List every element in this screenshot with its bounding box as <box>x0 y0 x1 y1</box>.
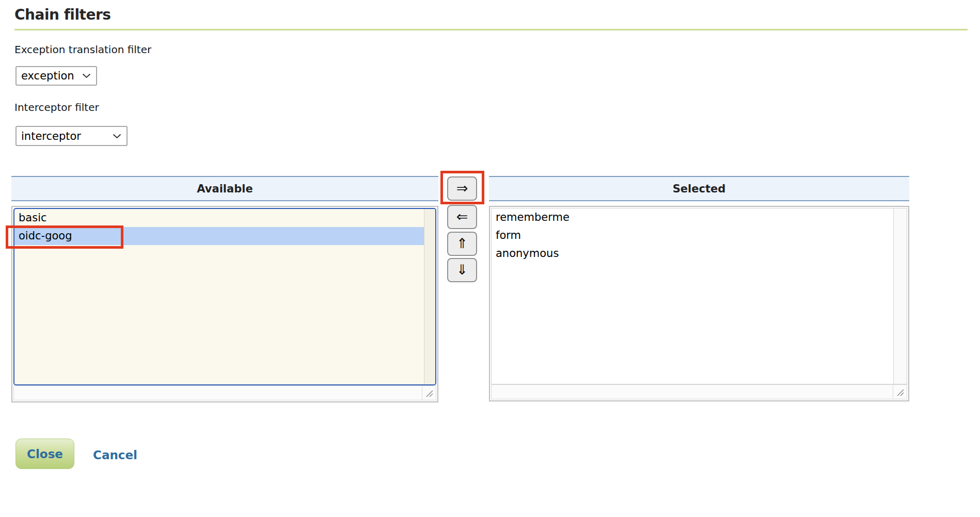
page-title: Chain filters <box>14 6 110 23</box>
resize-grip-icon[interactable] <box>893 385 907 399</box>
available-panel: basic oidc-goog <box>11 206 438 402</box>
interceptor-filter-label: Interceptor filter <box>14 101 99 114</box>
available-option-basic[interactable]: basic <box>14 209 424 227</box>
chain-filters-page: Chain filters Exception translation filt… <box>0 0 980 517</box>
resize-grip-icon[interactable] <box>422 386 436 400</box>
vertical-scrollbar-track[interactable] <box>424 209 435 384</box>
close-button[interactable]: Close <box>15 439 74 469</box>
exception-filter-label: Exception translation filter <box>14 43 151 56</box>
move-right-button[interactable]: ⇒ <box>447 176 477 201</box>
available-list-header: Available <box>11 176 438 201</box>
exception-filter-select[interactable]: exception <box>15 66 97 86</box>
move-up-button[interactable]: ⇑ <box>447 232 477 256</box>
title-underline <box>14 29 968 30</box>
available-option-oidc-goog[interactable]: oidc-goog <box>14 227 424 245</box>
chevron-down-icon <box>113 134 121 139</box>
selected-option-anonymous[interactable]: anonymous <box>492 245 893 263</box>
selected-option-form[interactable]: form <box>492 227 893 245</box>
selected-option-rememberme[interactable]: rememberme <box>492 208 893 227</box>
horizontal-scrollbar-track[interactable] <box>491 384 907 399</box>
selected-list-header: Selected <box>489 176 909 201</box>
selected-listbox[interactable]: rememberme form anonymous <box>491 208 907 384</box>
exception-filter-value: exception <box>21 70 74 82</box>
chevron-down-icon <box>82 73 91 78</box>
cancel-link[interactable]: Cancel <box>93 448 137 462</box>
available-listbox[interactable]: basic oidc-goog <box>13 208 436 385</box>
move-left-button[interactable]: ⇐ <box>447 205 477 229</box>
horizontal-scrollbar-track[interactable] <box>13 385 436 400</box>
vertical-scrollbar-track[interactable] <box>893 208 907 384</box>
interceptor-filter-value: interceptor <box>21 130 81 142</box>
move-down-button[interactable]: ⇓ <box>447 258 477 282</box>
interceptor-filter-select[interactable]: interceptor <box>15 126 128 146</box>
selected-panel: rememberme form anonymous <box>489 206 909 401</box>
